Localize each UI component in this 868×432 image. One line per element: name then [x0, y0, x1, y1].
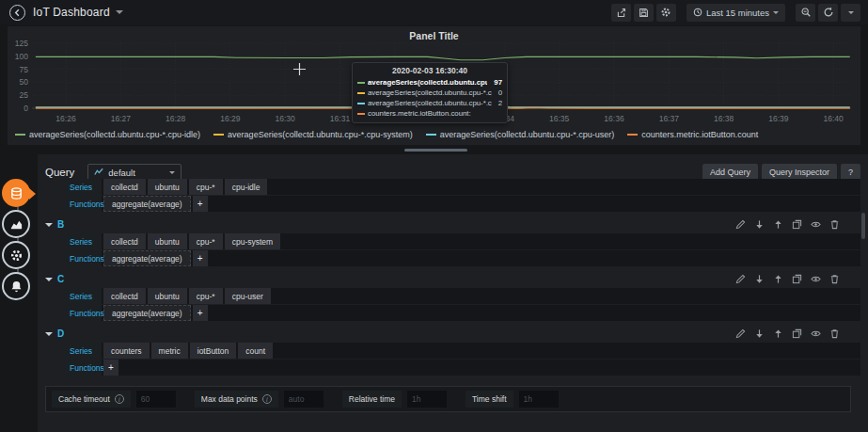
edit-icon[interactable] — [735, 328, 746, 339]
collapse-caret-icon[interactable] — [45, 278, 53, 281]
duplicate-icon[interactable] — [792, 219, 802, 230]
query-row-d-functions: Functions + — [64, 360, 860, 376]
duplicate-icon[interactable] — [792, 274, 802, 284]
relative-time-label: Relative time — [342, 391, 402, 408]
query-row-c-functions: Functions aggregate(average) + — [64, 305, 860, 321]
time-shift-label: Time shift — [466, 391, 513, 408]
toggle-visibility-icon[interactable] — [811, 274, 821, 284]
delete-icon[interactable] — [829, 219, 840, 230]
refresh-interval-dropdown[interactable] — [841, 4, 860, 22]
datasource-value: default — [108, 168, 135, 178]
legend-item[interactable]: averageSeries(collectd.ubuntu.cpu-*.cpu-… — [426, 130, 615, 139]
function-tag[interactable]: aggregate(average) — [103, 305, 191, 321]
toggle-visibility-icon[interactable] — [811, 328, 821, 339]
graph-icon — [9, 217, 24, 232]
svg-text:125: 125 — [15, 39, 28, 48]
series-segment[interactable]: collectd — [103, 233, 146, 249]
back-arrow-icon[interactable] — [9, 5, 25, 21]
chevron-down-icon[interactable] — [116, 10, 123, 14]
series-segment[interactable]: collectd — [103, 288, 146, 304]
legend-item[interactable]: counters.metric.iotButton.count — [627, 130, 758, 139]
add-function-button[interactable]: + — [193, 250, 208, 266]
tab-visualization[interactable] — [2, 210, 30, 238]
delete-icon[interactable] — [829, 328, 840, 339]
move-up-icon[interactable] — [773, 328, 783, 339]
save-button[interactable] — [634, 4, 654, 22]
move-down-icon[interactable] — [754, 328, 765, 339]
series-segment[interactable]: cpu-* — [189, 288, 223, 304]
query-letter[interactable]: B — [57, 219, 64, 230]
share-button[interactable] — [611, 4, 631, 22]
query-letter[interactable]: D — [57, 328, 64, 339]
settings-gear-icon[interactable] — [656, 4, 676, 22]
series-segment[interactable]: ubuntu — [148, 233, 187, 249]
svg-text:25: 25 — [20, 90, 29, 100]
collapse-caret-icon[interactable] — [45, 223, 53, 227]
zoom-out-button[interactable] — [796, 4, 815, 22]
time-range-label: Last 15 minutes — [706, 8, 769, 18]
query-letter[interactable]: C — [57, 274, 64, 284]
series-segment[interactable]: collectd — [103, 179, 146, 195]
graph-tooltip: 2020-02-03 16:30:40 averageSeries(collec… — [352, 62, 508, 123]
move-up-icon[interactable] — [773, 274, 783, 284]
duplicate-icon[interactable] — [792, 328, 802, 339]
cache-timeout-input[interactable] — [136, 391, 176, 408]
edit-icon[interactable] — [735, 219, 746, 230]
series-segment[interactable]: cpu-* — [189, 179, 223, 195]
tooltip-series-row: averageSeries(collectd.ubuntu.cpu-*.cpu-… — [357, 98, 502, 108]
info-icon[interactable]: i — [262, 394, 272, 404]
series-segment[interactable]: cpu-idle — [225, 179, 268, 195]
tab-general[interactable] — [2, 241, 30, 269]
tab-alert[interactable] — [2, 272, 30, 300]
series-segment[interactable]: metric — [151, 343, 188, 359]
series-segment[interactable]: count — [238, 343, 273, 359]
add-function-button[interactable]: + — [193, 305, 208, 321]
series-label: Series — [64, 288, 102, 304]
svg-text:16:28: 16:28 — [166, 114, 186, 123]
svg-text:0: 0 — [24, 104, 28, 113]
bell-icon — [9, 280, 24, 294]
query-row-a-functions: Functions aggregate(average) + — [64, 196, 860, 212]
time-range-picker[interactable]: Last 15 minutes — [687, 4, 785, 22]
delete-icon[interactable] — [829, 274, 840, 284]
series-color-dash — [357, 103, 365, 104]
svg-text:16:40: 16:40 — [824, 114, 844, 123]
relative-time-input[interactable] — [407, 391, 447, 408]
function-tag[interactable]: aggregate(average) — [103, 250, 191, 266]
time-shift-input[interactable] — [519, 391, 559, 408]
svg-text:16:36: 16:36 — [604, 114, 624, 123]
series-segment[interactable]: iotButton — [190, 343, 237, 359]
refresh-button[interactable] — [818, 4, 838, 22]
legend-item[interactable]: averageSeries(collectd.ubuntu.cpu-*.cpu-… — [213, 130, 413, 139]
functions-label: Functions — [64, 360, 102, 376]
svg-text:16:37: 16:37 — [659, 114, 680, 123]
query-row-b-header: B — [45, 217, 860, 232]
function-tag[interactable]: aggregate(average) — [103, 196, 191, 212]
svg-text:16:31: 16:31 — [330, 114, 351, 123]
collapse-caret-icon[interactable] — [45, 332, 53, 336]
dashboard-title[interactable]: IoT Dashboard — [33, 6, 110, 19]
svg-text:16:27: 16:27 — [111, 114, 132, 123]
move-down-icon[interactable] — [754, 274, 765, 284]
move-up-icon[interactable] — [773, 219, 783, 230]
series-segment[interactable]: counters — [103, 343, 150, 359]
add-function-button[interactable]: + — [193, 196, 208, 212]
vertical-scrollbar-thumb[interactable] — [861, 213, 865, 239]
series-segment[interactable]: cpu-* — [189, 233, 223, 249]
series-segment[interactable]: cpu-system — [225, 233, 280, 249]
edit-icon[interactable] — [735, 274, 746, 284]
max-data-points-input[interactable] — [284, 391, 324, 408]
series-label: Series — [64, 233, 102, 249]
info-icon[interactable]: i — [115, 394, 124, 404]
tab-queries[interactable] — [2, 179, 30, 207]
graph-legend: averageSeries(collectd.ubuntu.cpu-*.cpu-… — [15, 130, 758, 139]
add-function-button[interactable]: + — [103, 360, 118, 376]
series-segment[interactable]: ubuntu — [148, 179, 187, 195]
move-down-icon[interactable] — [754, 219, 765, 230]
series-segment[interactable]: ubuntu — [148, 288, 187, 304]
navbar: IoT Dashboard Last 15 minutes — [0, 0, 868, 24]
legend-item[interactable]: averageSeries(collectd.ubuntu.cpu-*.cpu-… — [15, 130, 200, 139]
toggle-visibility-icon[interactable] — [811, 219, 821, 230]
horizontal-scrollbar-thumb[interactable] — [404, 149, 467, 152]
series-segment[interactable]: cpu-user — [225, 288, 271, 304]
